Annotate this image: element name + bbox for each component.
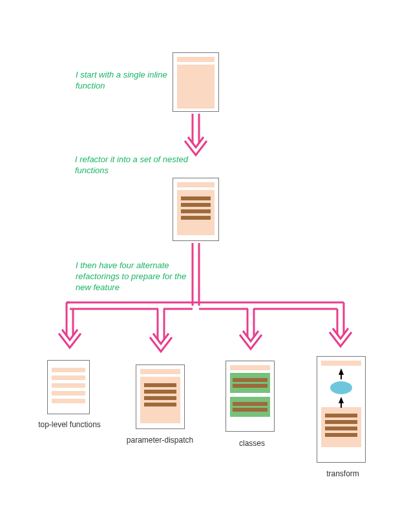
card-nested-functions <box>173 178 219 241</box>
caption-top-level: top-level functions <box>32 420 107 429</box>
arrow-to-param-dispatch <box>150 309 172 352</box>
class-box <box>230 397 270 417</box>
annotation-step2: I refactor it into a set of nested funct… <box>75 154 191 176</box>
up-arrow-icon <box>339 368 344 375</box>
class-box <box>230 373 270 393</box>
diagram-stage: I start with a single inline function I … <box>0 0 420 517</box>
code-line <box>325 427 357 430</box>
code-line <box>181 203 211 207</box>
code-line <box>233 408 268 412</box>
code-line <box>233 384 268 388</box>
code-line <box>52 375 85 380</box>
code-line <box>144 396 176 400</box>
card-body-block <box>177 65 215 109</box>
caption-transform: transform <box>322 469 364 478</box>
card-header <box>140 369 180 374</box>
card-transform <box>317 356 366 463</box>
code-line <box>181 196 211 200</box>
code-line <box>144 390 176 394</box>
caption-classes: classes <box>233 439 271 448</box>
up-arrow-icon <box>339 397 344 403</box>
card-inline-function <box>173 52 219 112</box>
annotation-step3: I then have four alternate refactorings … <box>76 260 189 293</box>
code-line <box>233 378 268 382</box>
card-header <box>230 365 270 370</box>
code-line <box>325 414 357 417</box>
card-parameter-dispatch <box>136 364 185 429</box>
card-header <box>321 361 361 366</box>
code-line <box>52 399 85 403</box>
code-line <box>52 391 85 396</box>
arrow-manifold <box>67 302 342 309</box>
code-line <box>52 383 85 388</box>
code-line <box>144 403 176 406</box>
arrow-trunk <box>193 243 199 306</box>
card-top-level-functions <box>47 360 90 414</box>
caption-parameter-dispatch: parameter-dispatch <box>120 436 200 445</box>
card-function-block <box>321 407 361 447</box>
code-line <box>52 368 85 372</box>
code-line <box>144 383 176 387</box>
transform-oval <box>330 381 352 394</box>
card-header <box>177 182 215 187</box>
arrow-to-transform <box>330 302 352 346</box>
code-line <box>181 216 211 220</box>
card-classes <box>226 361 275 432</box>
arrow-step1-to-step2 <box>185 114 207 155</box>
arrow-to-top-level <box>59 302 81 348</box>
card-function-block <box>177 190 215 235</box>
arrow-to-classes <box>240 309 262 349</box>
code-line <box>181 209 211 213</box>
card-function-block <box>140 377 180 423</box>
code-line <box>233 402 268 406</box>
code-line <box>325 433 357 437</box>
card-header <box>177 57 215 62</box>
code-line <box>325 420 357 424</box>
